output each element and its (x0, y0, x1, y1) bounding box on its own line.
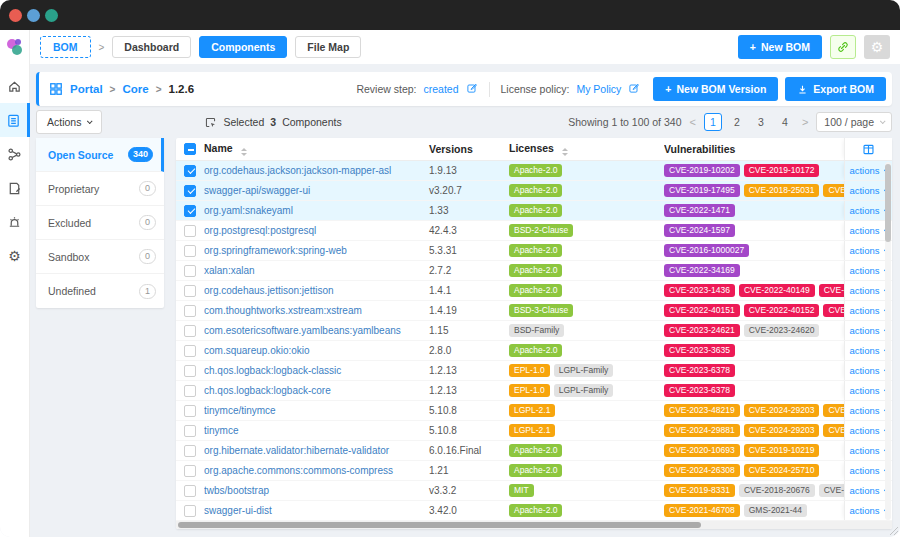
row-actions-dropdown[interactable]: actions (849, 485, 887, 496)
component-name-link[interactable]: ch.qos.logback:logback-classic (204, 365, 341, 376)
new-bom-button[interactable]: + New BOM (738, 35, 822, 59)
next-page-button[interactable]: > (801, 116, 809, 128)
breadcrumb-core[interactable]: Core (122, 83, 148, 95)
row-checkbox[interactable] (184, 265, 196, 277)
alert-icon[interactable] (0, 205, 30, 239)
component-name-link[interactable]: org.hibernate.validator:hibernate-valida… (204, 445, 389, 456)
component-name-link[interactable]: org.codehaus.jackson:jackson-mapper-asl (204, 165, 391, 176)
header-cell-name[interactable]: Name (204, 142, 429, 156)
vulnerability-badge[interactable]: CVE-2023-6378 (664, 364, 735, 378)
row-actions-dropdown[interactable]: actions (849, 265, 887, 276)
home-icon[interactable] (0, 69, 30, 103)
component-name-link[interactable]: org.codehaus.jettison:jettison (204, 285, 334, 296)
row-checkbox[interactable] (184, 365, 196, 377)
vulnerability-badge[interactable]: CVE-2024-1597 (664, 224, 735, 238)
vulnerability-badge[interactable]: CVE-2023-48219 (823, 424, 844, 438)
hierarchy-icon[interactable] (0, 137, 30, 171)
component-name-link[interactable]: twbs/bootstrap (204, 485, 269, 496)
page-button-2[interactable]: 2 (728, 113, 746, 131)
vulnerability-badge[interactable]: CVE-2019-10172 (744, 164, 820, 178)
component-name-link[interactable]: com.thoughtworks.xstream:xstream (204, 305, 362, 316)
vulnerability-badge[interactable]: CVE-2021-46708 (664, 504, 740, 518)
component-name-link[interactable]: tinymce (204, 425, 238, 436)
page-button-3[interactable]: 3 (752, 113, 770, 131)
vulnerability-badge[interactable]: CVE-2019-10202 (664, 164, 740, 178)
row-checkbox[interactable] (184, 305, 196, 317)
vulnerability-badge[interactable]: CVE-2023-3635 (664, 344, 735, 358)
bom-button[interactable]: BOM (40, 36, 91, 58)
row-actions-dropdown[interactable]: actions (849, 285, 887, 296)
vulnerability-badge[interactable]: CVE-2022-41966 (823, 304, 844, 318)
sidebar-item-open-source[interactable]: Open Source340 (36, 138, 164, 172)
vulnerability-badge[interactable]: CVE-2022-40152 (744, 304, 820, 318)
row-checkbox[interactable] (184, 385, 196, 397)
sidebar-item-sandbox[interactable]: Sandbox0 (36, 240, 164, 274)
columns-icon[interactable] (862, 143, 875, 156)
close-button[interactable] (9, 9, 22, 22)
vulnerability-badge[interactable]: CVE-2020-10693 (664, 444, 740, 458)
select-all-checkbox[interactable] (184, 143, 196, 155)
vulnerability-badge[interactable]: CVE-2022-40151 (664, 304, 740, 318)
component-name-link[interactable]: org.postgresql:postgresql (204, 225, 316, 236)
vulnerability-badge[interactable]: CVE-2016-10735 (819, 484, 844, 498)
component-name-link[interactable]: org.yaml:snakeyaml (204, 205, 293, 216)
vulnerability-badge[interactable]: CVE-2018-20676 (739, 484, 815, 498)
page-button-4[interactable]: 4 (776, 113, 794, 131)
page-button-1[interactable]: 1 (704, 113, 722, 131)
row-actions-dropdown[interactable]: actions (849, 325, 887, 336)
vulnerability-badge[interactable]: CVE-2023-1436 (664, 284, 735, 298)
sidebar-item-excluded[interactable]: Excluded0 (36, 206, 164, 240)
prev-page-button[interactable]: < (688, 116, 696, 128)
vulnerability-badge[interactable]: CVE-2024-29881 (823, 404, 844, 418)
row-actions-dropdown[interactable]: actions (849, 185, 887, 196)
actions-dropdown[interactable]: Actions (36, 110, 102, 134)
vulnerability-badge[interactable]: CVE-2022-40149 (739, 284, 815, 298)
vulnerability-badge[interactable]: CVE-2023-6378 (664, 384, 735, 398)
sidebar-item-proprietary[interactable]: Proprietary0 (36, 172, 164, 206)
tab-dashboard[interactable]: Dashboard (112, 36, 191, 58)
row-checkbox[interactable] (184, 245, 196, 257)
vulnerability-badge[interactable]: CVE-2019-8331 (664, 484, 735, 498)
row-actions-dropdown[interactable]: actions (849, 245, 887, 256)
new-bom-version-button[interactable]: + New BOM Version (653, 77, 778, 101)
vulnerability-badge[interactable]: CVE-2024-29203 (744, 404, 820, 418)
component-name-link[interactable]: com.esotericsoftware.yamlbeans:yamlbeans (204, 325, 401, 336)
settings-button[interactable]: ⚙ (864, 35, 890, 59)
header-cell-licenses[interactable]: Licenses (509, 142, 664, 156)
row-actions-dropdown[interactable]: actions (849, 465, 887, 476)
row-actions-dropdown[interactable]: actions (849, 205, 887, 216)
row-actions-dropdown[interactable]: actions (849, 165, 887, 176)
component-name-link[interactable]: swagger-api/swagger-ui (204, 185, 310, 196)
review-step-value[interactable]: created (423, 83, 458, 95)
vulnerability-badge[interactable]: CVE-2019-10219 (744, 444, 820, 458)
row-checkbox[interactable] (184, 445, 196, 457)
row-actions-dropdown[interactable]: actions (849, 365, 887, 376)
row-actions-dropdown[interactable]: actions (849, 405, 887, 416)
row-checkbox[interactable] (184, 165, 196, 177)
maximize-button[interactable] (45, 9, 58, 22)
vulnerability-badge[interactable]: CVE-2024-26308 (664, 464, 740, 478)
row-actions-dropdown[interactable]: actions (849, 225, 887, 236)
row-actions-dropdown[interactable]: actions (849, 505, 887, 516)
vulnerability-badge[interactable]: CVE-2022-1471 (664, 204, 735, 218)
page-size-select[interactable]: 100 / page (816, 112, 892, 132)
component-name-link[interactable]: ch.qos.logback:logback-core (204, 385, 331, 396)
share-link-button[interactable] (830, 35, 856, 59)
report-icon[interactable] (0, 171, 30, 205)
row-checkbox[interactable] (184, 285, 196, 297)
horizontal-scrollbar-thumb[interactable] (178, 522, 701, 528)
sidebar-item-undefined[interactable]: Undefined1 (36, 274, 164, 308)
vulnerability-badge[interactable]: CVE-2024-29203 (744, 424, 820, 438)
component-name-link[interactable]: xalan:xalan (204, 265, 255, 276)
row-checkbox[interactable] (184, 225, 196, 237)
row-checkbox[interactable] (184, 185, 196, 197)
vulnerability-badge[interactable]: CVE-2019-17495 (664, 184, 740, 198)
vulnerability-badge[interactable]: CVE-2023-48219 (664, 404, 740, 418)
vulnerability-badge[interactable]: CVE-2023-24620 (744, 324, 820, 338)
row-actions-dropdown[interactable]: actions (849, 305, 887, 316)
vulnerability-badge[interactable]: CVE-2023-24621 (664, 324, 740, 338)
vulnerability-badge[interactable]: CVE-2022-34169 (664, 264, 740, 278)
tab-file-map[interactable]: File Map (295, 36, 361, 58)
row-checkbox[interactable] (184, 405, 196, 417)
row-checkbox[interactable] (184, 345, 196, 357)
